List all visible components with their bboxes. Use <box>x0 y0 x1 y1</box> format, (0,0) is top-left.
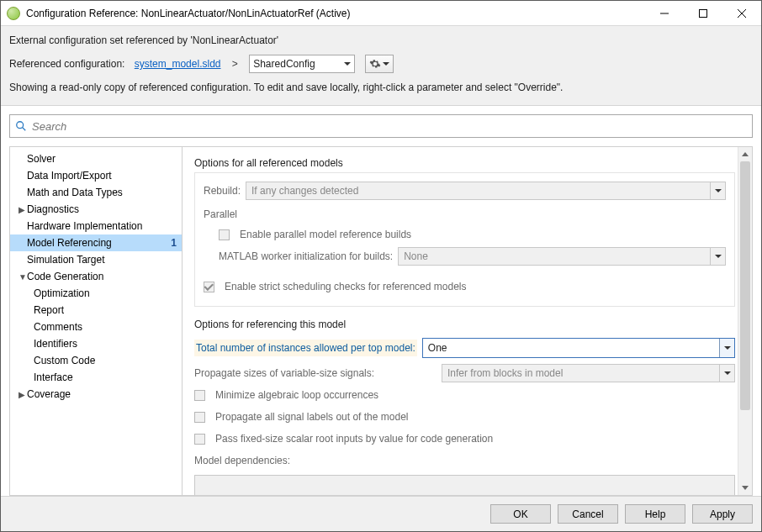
main-panel: Options for all referenced models Rebuil… <box>183 146 753 496</box>
instances-label: Total number of instances allowed per to… <box>194 340 417 356</box>
help-button[interactable]: Help <box>625 504 685 524</box>
chevron-down-icon <box>724 346 731 350</box>
gear-icon <box>369 58 381 70</box>
matlab-worker-label: MATLAB worker initialization for builds: <box>219 250 393 262</box>
minimize-algebraic-label: Minimize algebraic loop occurrences <box>215 389 378 401</box>
rebuild-select[interactable]: If any changes detected <box>246 182 726 200</box>
strict-scheduling-checkbox[interactable] <box>204 282 214 292</box>
propagate-all-labels-checkbox[interactable] <box>194 412 205 423</box>
chevron-right-icon: ▶ <box>19 390 27 399</box>
svg-point-4 <box>17 122 24 129</box>
close-button[interactable] <box>722 1 761 25</box>
rebuild-label: Rebuild: <box>204 185 241 197</box>
chevron-down-icon <box>724 371 731 375</box>
propagate-sizes-label: Propagate sizes of variable-size signals… <box>194 367 437 379</box>
propagate-all-labels-label: Propagate all signal labels out of the m… <box>215 411 408 423</box>
scroll-down-button[interactable] <box>738 481 752 495</box>
titlebar: Configuration Reference: NonLinearActuat… <box>1 1 761 26</box>
gear-dropdown-button[interactable] <box>365 55 394 73</box>
svg-rect-1 <box>700 9 707 17</box>
sidebar-item-interface[interactable]: Interface <box>10 369 182 386</box>
parallel-builds-checkbox[interactable] <box>219 229 230 240</box>
config-reference-dialog: Configuration Reference: NonLinearActuat… <box>0 0 762 532</box>
dialog-footer: OK Cancel Help Apply <box>1 496 761 531</box>
sidebar-item-solver[interactable]: Solver <box>10 150 182 167</box>
window-title: Configuration Reference: NonLinearActuat… <box>26 8 645 19</box>
sidebar-item-simulation-target[interactable]: Simulation Target <box>10 251 182 268</box>
app-icon <box>7 7 20 20</box>
section-all-referenced-title: Options for all referenced models <box>194 157 735 169</box>
rebuild-value: If any changes detected <box>251 185 358 197</box>
sidebar-item-custom-code[interactable]: Custom Code <box>10 352 182 369</box>
sidebar-item-diagnostics[interactable]: ▶Diagnostics <box>10 201 182 218</box>
svg-line-5 <box>23 128 26 131</box>
chevron-down-icon <box>344 62 351 66</box>
sidebar-item-data-import-export[interactable]: Data Import/Export <box>10 167 182 184</box>
group-all-referenced: Rebuild: If any changes detected Paralle… <box>194 172 735 307</box>
header: External configuration set referenced by… <box>1 26 761 106</box>
search-input[interactable] <box>30 119 747 134</box>
search-icon <box>15 120 27 132</box>
sidebar-item-coverage[interactable]: ▶Coverage <box>10 386 182 403</box>
sidebar-item-optimization[interactable]: Optimization <box>10 285 182 302</box>
window-buttons <box>645 1 761 25</box>
section-referencing-title: Options for referencing this model <box>194 319 735 330</box>
shared-config-value: SharedConfig <box>253 58 315 70</box>
model-dependencies-textarea[interactable] <box>194 475 735 495</box>
chevron-down-icon <box>742 486 749 490</box>
chevron-down-icon <box>383 62 389 66</box>
readonly-help-text: Showing a read-only copy of referenced c… <box>9 82 563 93</box>
chevron-up-icon <box>742 152 749 156</box>
strict-scheduling-label: Enable strict scheduling checks for refe… <box>225 281 466 292</box>
sidebar-item-hardware-implementation[interactable]: Hardware Implementation <box>10 218 182 234</box>
breadcrumb-separator: > <box>232 58 238 70</box>
sidebar-item-comments[interactable]: Comments <box>10 319 182 335</box>
search-box[interactable] <box>9 114 753 138</box>
parallel-title: Parallel <box>204 208 726 220</box>
minimize-algebraic-checkbox[interactable] <box>194 390 205 401</box>
matlab-worker-select[interactable]: None <box>398 247 726 266</box>
apply-button[interactable]: Apply <box>692 504 753 524</box>
propagate-sizes-value: Infer from blocks in model <box>447 367 563 379</box>
model-dependencies-label: Model dependencies: <box>194 455 290 466</box>
sidebar-item-math-data-types[interactable]: Math and Data Types <box>10 184 182 201</box>
chevron-down-icon <box>715 255 722 258</box>
instances-value: One <box>428 342 447 354</box>
content-area: Solver Data Import/Export Math and Data … <box>1 106 761 496</box>
maximize-button[interactable] <box>684 1 722 25</box>
cancel-button[interactable]: Cancel <box>558 504 618 524</box>
sidebar-item-report[interactable]: Report <box>10 302 182 319</box>
chevron-down-icon: ▼ <box>19 272 27 282</box>
referenced-config-label: Referenced configuration: <box>9 58 124 70</box>
sidebar-item-identifiers[interactable]: Identifiers <box>10 335 182 352</box>
parallel-builds-label: Enable parallel model reference builds <box>240 229 411 240</box>
ok-button[interactable]: OK <box>490 504 551 524</box>
pass-fixed-size-checkbox[interactable] <box>194 434 205 445</box>
category-tree: Solver Data Import/Export Math and Data … <box>9 146 183 496</box>
sidebar-item-model-referencing[interactable]: Model Referencing1 <box>10 234 182 251</box>
pass-fixed-size-label: Pass fixed-size scalar root inputs by va… <box>215 433 493 445</box>
scroll-up-button[interactable] <box>738 147 752 161</box>
matlab-worker-value: None <box>404 250 428 262</box>
chevron-right-icon: ▶ <box>19 205 27 214</box>
external-config-label: External configuration set referenced by… <box>9 34 278 46</box>
propagate-sizes-select[interactable]: Infer from blocks in model <box>442 364 735 382</box>
vertical-scrollbar[interactable] <box>738 147 752 495</box>
instances-select[interactable]: One <box>422 338 735 358</box>
group-referencing: Total number of instances allowed per to… <box>194 334 735 495</box>
chevron-down-icon <box>715 189 722 192</box>
sidebar-item-code-generation[interactable]: ▼Code Generation <box>10 268 182 285</box>
override-count-badge: 1 <box>171 237 177 249</box>
minimize-button[interactable] <box>645 1 684 25</box>
referenced-config-link[interactable]: system_model.sldd <box>135 58 221 70</box>
shared-config-select[interactable]: SharedConfig <box>249 55 354 73</box>
scroll-thumb[interactable] <box>740 161 750 410</box>
